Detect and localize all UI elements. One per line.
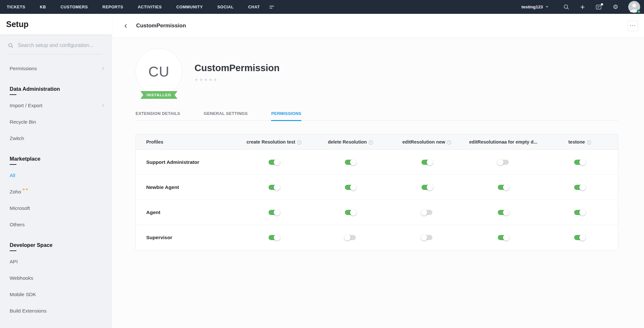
permission-toggle-support-administrator-editresolution-new[interactable] <box>421 160 432 165</box>
search-icon <box>8 43 14 48</box>
sidebar-item-zoho[interactable]: Zoho✦✦ <box>10 183 104 200</box>
nav-item-social[interactable]: SOCIAL <box>217 5 234 9</box>
toggle-knob <box>503 209 509 216</box>
user-avatar[interactable] <box>628 1 640 13</box>
nav-item-kb[interactable]: KB <box>40 5 46 9</box>
permission-toggle-agent-editresolution-new[interactable] <box>421 210 432 215</box>
tab-general-settings[interactable]: GENERAL SETTINGS <box>204 111 248 121</box>
sidebar-item-label: All <box>10 173 15 178</box>
toggle-knob <box>579 184 586 191</box>
sidebar-heading-label: Data Administration <box>10 86 60 92</box>
search-button[interactable] <box>564 4 569 10</box>
heading-underline <box>10 164 16 165</box>
table-row-supervisor: Supervisor <box>136 225 618 250</box>
permission-toggle-agent-testone[interactable] <box>574 210 585 215</box>
sidebar-item-label: Mobile SDK <box>10 292 36 297</box>
permission-toggle-support-administrator-editresolutionaa-for-empty-d[interactable] <box>498 160 509 165</box>
content-body: CU INSTALLED CustomPermission ★★★★★ EXTE… <box>112 38 644 250</box>
sidebar-heading-developer-space: Developer Space <box>10 237 104 253</box>
nav-overflow-icon[interactable] <box>270 6 274 8</box>
toggle-knob <box>503 184 509 191</box>
search-input[interactable] <box>18 42 95 48</box>
info-icon[interactable]: i <box>297 140 301 145</box>
account-switcher[interactable]: testing123 <box>521 5 548 9</box>
topnav-right: testing123 + ⚙ <box>521 1 644 13</box>
permission-toggle-newbie-agent-testone[interactable] <box>574 185 585 190</box>
sparkles-icon: ✦✦ <box>22 187 28 192</box>
more-options-button[interactable]: ··· <box>628 21 638 31</box>
permission-toggle-supervisor-editresolution-new[interactable] <box>421 235 432 240</box>
nav-item-customers[interactable]: CUSTOMERS <box>61 5 88 9</box>
sidebar-item-microsoft[interactable]: Microsoft <box>10 200 104 216</box>
plus-icon: + <box>580 3 585 11</box>
column-header-label: editResolution new <box>402 139 445 145</box>
nav-item-reports[interactable]: REPORTS <box>102 5 123 9</box>
sidebar-item-all[interactable]: All <box>10 167 104 183</box>
permission-toggle-support-administrator-delete-resolution[interactable] <box>345 160 356 165</box>
permission-toggle-support-administrator-testone[interactable] <box>574 160 585 165</box>
toggle-knob <box>579 209 586 216</box>
sidebar-item-mobile-sdk[interactable]: Mobile SDK <box>10 286 104 303</box>
info-icon[interactable]: i <box>587 140 591 145</box>
permission-toggle-newbie-agent-editresolutionaa-for-empty-d[interactable] <box>498 185 509 190</box>
permission-toggle-agent-delete-resolution[interactable] <box>345 210 356 215</box>
chevron-right-icon <box>101 104 104 107</box>
permission-toggle-agent-editresolutionaa-for-empty-d[interactable] <box>498 210 509 215</box>
main-content: ‹ CustomPermission ··· CU INSTALLED Cust… <box>112 14 644 328</box>
settings-button[interactable]: ⚙ <box>613 4 618 10</box>
profile-name: Newbie Agent <box>136 184 236 190</box>
nav-item-activities[interactable]: ACTIVITIES <box>138 5 162 9</box>
nav-item-tickets[interactable]: TICKETS <box>7 5 25 9</box>
sidebar-item-import-export[interactable]: Import / Export <box>10 97 104 114</box>
toggle-cell <box>465 210 541 215</box>
sidebar-item-zwitch[interactable]: Zwitch <box>10 130 104 146</box>
permission-toggle-agent-create-resolution-test[interactable] <box>269 210 279 215</box>
nav-item-chat[interactable]: CHAT <box>248 5 260 9</box>
add-button[interactable]: + <box>580 3 585 11</box>
info-icon[interactable]: i <box>447 140 451 145</box>
rating-stars: ★★★★★ <box>194 77 279 82</box>
sidebar-item-api[interactable]: API <box>10 253 104 270</box>
permissions-table-head: Profilescreate Resolution testidelete Re… <box>136 134 618 150</box>
permission-toggle-support-administrator-create-resolution-test[interactable] <box>269 160 279 165</box>
permission-toggle-supervisor-editresolutionaa-for-empty-d[interactable] <box>498 235 509 240</box>
toggle-cell <box>389 160 465 165</box>
installed-badge: INSTALLED <box>140 91 177 99</box>
profile-name: Support Administrator <box>136 159 236 165</box>
toggle-cell <box>542 160 618 165</box>
toggle-knob <box>497 159 504 165</box>
toggle-knob <box>427 159 433 165</box>
sidebar-item-recycle-bin[interactable]: Recycle Bin <box>10 114 104 130</box>
sidebar-item-permissions[interactable]: Permissions <box>10 60 104 77</box>
permission-toggle-supervisor-create-resolution-test[interactable] <box>269 235 279 240</box>
page-title: CustomPermission <box>136 23 186 29</box>
toggle-knob <box>421 209 427 216</box>
table-row-support-administrator: Support Administrator <box>136 150 618 175</box>
extension-avatar: CU <box>136 48 182 95</box>
primary-nav: TICKETSKBCUSTOMERSREPORTSACTIVITIESCOMMU… <box>0 5 260 9</box>
column-header-delete-resolution: delete Resolutioni <box>312 139 388 145</box>
column-header-editresolution-new: editResolution newi <box>389 139 465 145</box>
toggle-cell <box>542 210 618 215</box>
permission-toggle-supervisor-testone[interactable] <box>574 235 585 240</box>
toggle-cell <box>465 160 541 165</box>
nav-item-community[interactable]: COMMUNITY <box>176 5 203 9</box>
tab-permissions[interactable]: PERMISSIONS <box>271 111 301 121</box>
toggle-knob <box>274 184 280 191</box>
permission-toggle-newbie-agent-create-resolution-test[interactable] <box>269 185 279 190</box>
sidebar-item-label: Microsoft <box>10 205 30 211</box>
toggle-cell <box>236 185 312 190</box>
permission-toggle-newbie-agent-editresolution-new[interactable] <box>421 185 432 190</box>
tab-extension-details[interactable]: EXTENSION DETAILS <box>136 111 180 121</box>
sidebar-item-webhooks[interactable]: Webhooks <box>10 270 104 286</box>
whats-new-button[interactable] <box>596 4 602 10</box>
permission-toggle-newbie-agent-delete-resolution[interactable] <box>345 185 356 190</box>
toggle-cell <box>389 210 465 215</box>
back-button[interactable]: ‹ <box>124 22 127 29</box>
info-icon[interactable]: i <box>369 140 373 145</box>
sidebar-item-label: API <box>10 259 18 265</box>
sidebar-item-others[interactable]: Others <box>10 216 104 233</box>
setup-sidebar: Setup PermissionsData AdministrationImpo… <box>0 14 112 328</box>
permission-toggle-supervisor-delete-resolution[interactable] <box>345 235 356 240</box>
sidebar-item-build-extensions[interactable]: Build Extensions <box>10 303 104 319</box>
